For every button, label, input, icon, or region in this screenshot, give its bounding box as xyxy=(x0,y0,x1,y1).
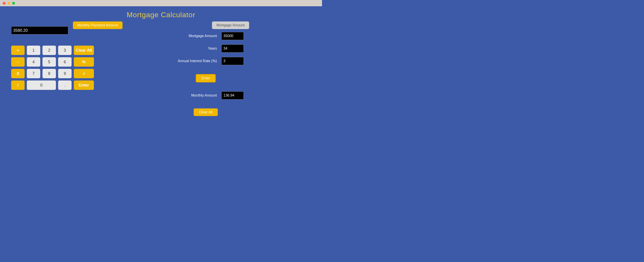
five-button[interactable]: 5 xyxy=(42,57,56,66)
six-button[interactable]: 6 xyxy=(58,57,72,66)
years-label: Years xyxy=(168,46,217,50)
minimize-button[interactable] xyxy=(8,2,10,5)
mortgage-amount-input[interactable] xyxy=(222,32,244,40)
mortgage-amount-label: Mortgage Amount xyxy=(168,34,217,38)
two-button[interactable]: 2 xyxy=(42,46,56,55)
mortgage-amount-header-button[interactable]: Mortgage Amount xyxy=(212,22,249,29)
plus-button[interactable]: + xyxy=(11,46,24,55)
monthly-amount-input[interactable] xyxy=(222,92,244,100)
zero-button[interactable]: 0 xyxy=(27,80,56,90)
annual-rate-label: Annual Interest Rate (%) xyxy=(168,59,217,63)
one-button[interactable]: 1 xyxy=(27,46,40,55)
keypad: + 1 2 3 Clear All - 4 5 6 % X 7 8 9 √ / … xyxy=(11,46,94,90)
monthly-amount-label: Monthly Amount xyxy=(168,94,217,98)
three-button[interactable]: 3 xyxy=(58,46,72,55)
mortgage-enter-button[interactable]: Enter xyxy=(196,74,216,82)
annual-rate-row: Annual Interest Rate (%) xyxy=(168,57,244,65)
annual-rate-input[interactable] xyxy=(222,57,244,65)
enter-button-row: Enter xyxy=(196,72,216,87)
minus-button[interactable]: - xyxy=(11,57,24,66)
clear-all-row: Clear All xyxy=(194,106,218,118)
nine-button[interactable]: 9 xyxy=(58,69,72,78)
sqrt-button[interactable]: √ xyxy=(74,69,94,78)
mortgage-form: Mortgage Amount Years Annual Interest Ra… xyxy=(150,32,262,118)
title-bar xyxy=(0,0,322,6)
close-button[interactable] xyxy=(3,2,6,5)
four-button[interactable]: 4 xyxy=(27,57,40,66)
app-title: Mortgage Calculator xyxy=(9,11,313,19)
app-body: Mortgage Calculator Monthly Payment Amou… xyxy=(0,6,322,131)
years-input[interactable] xyxy=(222,44,244,52)
mortgage-calc-section: Mortgage Amount Years Annual Interest Ra… xyxy=(150,30,262,118)
calculator-section: + 1 2 3 Clear All - 4 5 6 % X 7 8 9 √ / … xyxy=(11,26,94,90)
eight-button[interactable]: 8 xyxy=(42,69,56,78)
years-row: Years xyxy=(168,44,244,52)
divide-button[interactable]: / xyxy=(11,80,24,90)
maximize-button[interactable] xyxy=(12,2,15,5)
clear-all-button[interactable]: Clear All xyxy=(74,46,94,55)
monthly-amount-row: Monthly Amount xyxy=(168,92,244,100)
mortgage-amount-row: Mortgage Amount xyxy=(168,32,244,40)
percent-button[interactable]: % xyxy=(74,57,94,66)
decimal-button[interactable]: . xyxy=(58,80,72,90)
calculator-display[interactable] xyxy=(11,26,68,34)
enter-button[interactable]: Enter xyxy=(74,80,94,90)
seven-button[interactable]: 7 xyxy=(27,69,40,78)
multiply-button[interactable]: X xyxy=(11,69,24,78)
mortgage-clear-all-button[interactable]: Clear All xyxy=(194,108,218,116)
